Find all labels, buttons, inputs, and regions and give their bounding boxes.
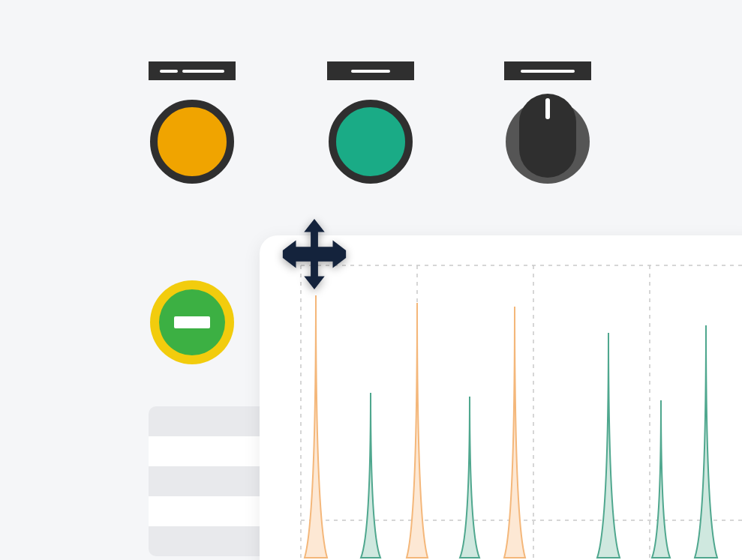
label-plate xyxy=(327,61,414,80)
label-dash xyxy=(160,70,178,73)
move-handle-icon[interactable] xyxy=(278,217,351,291)
control-knob xyxy=(504,61,591,184)
minus-bar-icon xyxy=(174,316,210,328)
list-item xyxy=(149,526,269,556)
remove-circle-icon[interactable] xyxy=(150,280,234,364)
label-dash xyxy=(351,70,390,73)
control-indicator-green xyxy=(327,61,414,184)
knob-pointer-icon xyxy=(545,98,550,119)
rotary-knob[interactable] xyxy=(506,94,590,184)
label-plate xyxy=(504,61,591,80)
list-item xyxy=(149,406,269,436)
label-plate xyxy=(149,61,236,80)
list-item xyxy=(149,496,269,526)
indicator-green-button[interactable] xyxy=(329,100,413,184)
control-indicator-orange xyxy=(149,61,236,184)
list-item xyxy=(149,436,269,466)
list-item xyxy=(149,466,269,496)
label-dash xyxy=(182,70,224,73)
label-dash xyxy=(521,70,575,73)
indicator-orange-button[interactable] xyxy=(150,100,234,184)
list-skeleton xyxy=(149,406,269,556)
